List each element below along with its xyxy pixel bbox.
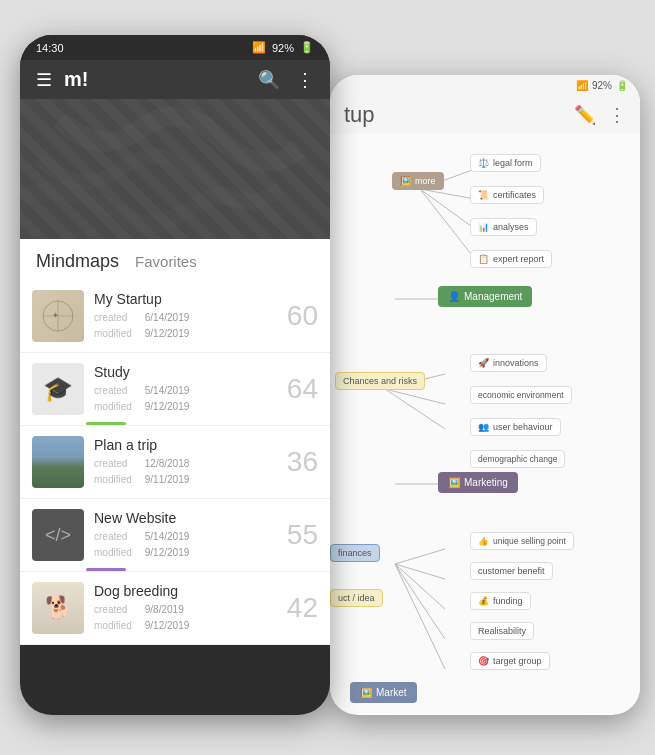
node-innovations[interactable]: 🚀innovations xyxy=(470,354,547,372)
svg-line-17 xyxy=(395,564,445,669)
item-meta: created 6/14/2019 modified 9/12/2019 xyxy=(94,310,272,342)
node-expert-report[interactable]: 📋expert report xyxy=(470,250,552,268)
app-header-right: tup ✏️ ⋮ xyxy=(330,96,640,134)
item-info: Plan a trip created 12/8/2018 modified 9… xyxy=(94,437,272,488)
node-finances[interactable]: finances xyxy=(330,544,380,562)
status-bar-left: 14:30 📶 92% 🔋 xyxy=(20,35,330,60)
svg-line-6 xyxy=(420,189,475,229)
svg-line-11 xyxy=(385,389,445,429)
app-logo: m! xyxy=(64,68,88,91)
node-economic-env[interactable]: economic environment xyxy=(470,386,572,404)
item-thumbnail: 🎓 xyxy=(32,363,84,415)
item-meta: created 12/8/2018 modified 9/11/2019 xyxy=(94,456,272,488)
item-meta: created 5/14/2019 modified 9/12/2019 xyxy=(94,529,272,561)
list-item[interactable]: </> New Website created 5/14/2019 modifi… xyxy=(20,499,330,572)
header-icons-right: ✏️ ⋮ xyxy=(574,104,626,126)
item-count: 42 xyxy=(282,592,318,624)
item-title: Plan a trip xyxy=(94,437,272,453)
mindmap-canvas[interactable]: ⚖️legal form 📜certificates 📊analyses 📋ex… xyxy=(330,134,640,714)
node-management[interactable]: 👤Management xyxy=(438,286,532,307)
status-bar-right: 📶 92% 🔋 xyxy=(330,75,640,96)
item-thumbnail: ✦ xyxy=(32,290,84,342)
tab-mindmaps[interactable]: Mindmaps xyxy=(36,251,119,272)
left-phone: 14:30 📶 92% 🔋 ☰ m! 🔍 ⋮ Mindmaps Favorite… xyxy=(20,35,330,715)
battery-icon-right: 🔋 xyxy=(616,80,628,91)
list-item[interactable]: 🎓 Study created 5/14/2019 modified 9/12/… xyxy=(20,353,330,426)
node-unique-selling[interactable]: 👍unique selling point xyxy=(470,532,574,550)
svg-line-16 xyxy=(395,564,445,639)
svg-line-7 xyxy=(420,189,475,259)
search-icon[interactable]: 🔍 xyxy=(258,69,280,91)
svg-line-13 xyxy=(395,549,445,564)
battery-right: 92% xyxy=(592,80,612,91)
node-marketing[interactable]: 🖼️Marketing xyxy=(438,472,518,493)
list-item[interactable]: 🐕 Dog breeding created 9/8/2019 modified… xyxy=(20,572,330,645)
item-title: My Startup xyxy=(94,291,272,307)
list-item[interactable]: Plan a trip created 12/8/2018 modified 9… xyxy=(20,426,330,499)
item-meta: created 9/8/2019 modified 9/12/2019 xyxy=(94,602,272,634)
node-analyses[interactable]: 📊analyses xyxy=(470,218,537,236)
item-title: Study xyxy=(94,364,272,380)
item-thumbnail: </> xyxy=(32,509,84,561)
item-title: New Website xyxy=(94,510,272,526)
page-title: tup xyxy=(344,102,375,128)
svg-line-15 xyxy=(395,564,445,609)
item-title: Dog breeding xyxy=(94,583,272,599)
node-more[interactable]: 🖼️more xyxy=(392,172,444,190)
svg-line-5 xyxy=(420,189,475,199)
header-action-icons: 🔍 ⋮ xyxy=(258,69,314,91)
menu-icon[interactable]: ☰ xyxy=(36,69,52,91)
hero-section xyxy=(20,99,330,239)
item-count: 64 xyxy=(282,373,318,405)
mindmap-list: ✦ My Startup created 6/14/2019 modified … xyxy=(20,280,330,645)
more-icon[interactable]: ⋮ xyxy=(296,69,314,91)
node-realisability[interactable]: Realisability xyxy=(470,622,534,640)
item-thumbnail xyxy=(32,436,84,488)
svg-line-14 xyxy=(395,564,445,579)
code-icon: </> xyxy=(45,525,71,546)
time: 14:30 xyxy=(36,42,64,54)
tab-favorites[interactable]: Favorites xyxy=(135,253,197,270)
node-customer-benefit[interactable]: customer benefit xyxy=(470,562,553,580)
more-icon-right[interactable]: ⋮ xyxy=(608,104,626,126)
battery-icon: 🔋 xyxy=(300,41,314,54)
item-count: 55 xyxy=(282,519,318,551)
item-count: 36 xyxy=(282,446,318,478)
wifi-icon: 📶 xyxy=(252,41,266,54)
svg-line-10 xyxy=(385,389,445,404)
node-demographic[interactable]: demographic change xyxy=(470,450,565,468)
item-thumbnail: 🐕 xyxy=(32,582,84,634)
node-market[interactable]: 🖼️Market xyxy=(350,682,417,703)
right-phone: 📶 92% 🔋 tup ✏️ ⋮ xyxy=(330,75,640,715)
node-target-group[interactable]: 🎯target group xyxy=(470,652,550,670)
node-legal-form[interactable]: ⚖️legal form xyxy=(470,154,541,172)
item-info: Dog breeding created 9/8/2019 modified 9… xyxy=(94,583,272,634)
svg-text:✦: ✦ xyxy=(52,311,59,320)
color-bar xyxy=(86,422,126,425)
node-funding[interactable]: 💰funding xyxy=(470,592,531,610)
section-header: Mindmaps Favorites xyxy=(20,239,330,280)
color-bar xyxy=(86,568,126,571)
item-count: 60 xyxy=(282,300,318,332)
graduation-icon: 🎓 xyxy=(43,375,73,403)
item-info: New Website created 5/14/2019 modified 9… xyxy=(94,510,272,561)
item-info: My Startup created 6/14/2019 modified 9/… xyxy=(94,291,272,342)
node-product-idea[interactable]: uct / idea xyxy=(330,589,383,607)
node-certificates[interactable]: 📜certificates xyxy=(470,186,544,204)
node-chances-risks[interactable]: Chances and risks xyxy=(335,372,425,390)
item-info: Study created 5/14/2019 modified 9/12/20… xyxy=(94,364,272,415)
battery-text: 92% xyxy=(272,42,294,54)
app-header-left: ☰ m! 🔍 ⋮ xyxy=(20,60,330,99)
edit-icon[interactable]: ✏️ xyxy=(574,104,596,126)
wifi-icon-right: 📶 xyxy=(576,80,588,91)
item-meta: created 5/14/2019 modified 9/12/2019 xyxy=(94,383,272,415)
list-item[interactable]: ✦ My Startup created 6/14/2019 modified … xyxy=(20,280,330,353)
node-user-behaviour[interactable]: 👥user behaviour xyxy=(470,418,561,436)
